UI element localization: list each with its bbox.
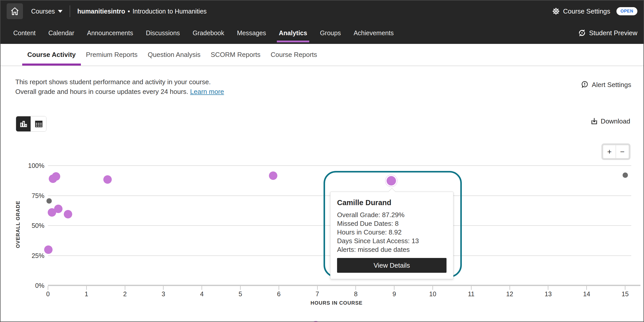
tooltip-stat-hours-in-course: Hours in Course: 8.92 (337, 228, 447, 237)
data-point-camille-durand[interactable] (387, 176, 396, 185)
download-icon (590, 118, 598, 125)
view-details-button[interactable]: View Details (337, 258, 447, 273)
x-tick-label-2: 2 (117, 290, 133, 298)
gridline-100 (48, 165, 631, 166)
data-point-7[interactable] (44, 245, 53, 254)
data-point-11[interactable] (312, 321, 320, 322)
data-point-2[interactable] (103, 175, 112, 184)
zoom-out-button[interactable]: − (616, 145, 629, 158)
x-tick-mark-2 (125, 286, 125, 290)
analytics-subnav-tabs: Course ActivityPremium ReportsQuestion A… (22, 44, 322, 66)
x-tick-mark-5 (240, 286, 241, 290)
alert-bubble-icon (580, 81, 589, 89)
x-tick-mark-9 (394, 286, 394, 290)
student-preview-label: Student Preview (589, 29, 637, 37)
x-tick-mark-4 (202, 286, 202, 290)
x-tick-label-3: 3 (156, 290, 171, 298)
alert-settings-button[interactable]: Alert Settings (580, 81, 631, 89)
y-tick-label-0: 0% (16, 281, 44, 290)
course-title: Introduction to Humanities (132, 8, 206, 15)
x-tick-mark-15 (625, 286, 625, 290)
subtab-course-reports[interactable]: Course Reports (266, 44, 322, 66)
courses-dropdown[interactable]: Courses (31, 8, 63, 15)
tab-messages[interactable]: Messages (237, 22, 266, 44)
table-icon (34, 119, 43, 129)
course-id: humanitiesintro (77, 8, 125, 15)
tooltip-stat-overall-grade: Overall Grade: 87.29% (337, 210, 447, 219)
download-label: Download (601, 117, 630, 125)
subtab-course-activity[interactable]: Course Activity (22, 44, 81, 66)
data-point-8[interactable] (269, 171, 277, 180)
x-tick-label-11: 11 (464, 290, 479, 298)
subtab-scorm-reports[interactable]: SCORM Reports (206, 44, 266, 66)
tab-achievements[interactable]: Achievements (354, 22, 394, 44)
report-description: This report shows student performance an… (15, 77, 224, 96)
zoom-in-button[interactable]: + (603, 145, 616, 158)
app-window: Courses humanitiesintro • Introduction t… (0, 0, 644, 322)
student-preview-button[interactable]: Student Preview (578, 29, 637, 37)
x-tick-label-0: 0 (40, 290, 56, 298)
tab-content[interactable]: Content (13, 22, 36, 44)
data-point-5[interactable] (54, 205, 63, 213)
x-tick-label-15: 15 (617, 290, 633, 298)
x-tick-label-7: 7 (310, 290, 325, 298)
table-view-button[interactable] (31, 116, 46, 131)
tab-gradebook[interactable]: Gradebook (193, 22, 224, 44)
tab-calendar[interactable]: Calendar (48, 22, 74, 44)
chart-view-button[interactable] (16, 116, 31, 131)
y-tick-label-50: 50% (16, 221, 44, 230)
x-tick-mark-12 (510, 286, 510, 290)
data-point-1[interactable] (52, 172, 60, 181)
course-status-badge[interactable]: OPEN (616, 7, 637, 15)
tab-discussions[interactable]: Discussions (146, 22, 180, 44)
x-tick-label-1: 1 (79, 290, 94, 298)
breadcrumb-separator: • (128, 8, 130, 15)
view-toggle-group (16, 116, 46, 132)
x-axis-line (48, 285, 640, 286)
x-tick-mark-13 (548, 286, 548, 290)
tooltip-student-name: Camille Durand (337, 199, 447, 207)
student-tooltip: Camille Durand Overall Grade: 87.29% Mis… (330, 192, 453, 279)
x-tick-mark-7 (317, 286, 318, 290)
tooltip-stat-days-since-access: Days Since Last Access: 13 (337, 237, 447, 245)
report-description-line1: This report shows student performance an… (15, 77, 224, 87)
home-icon (10, 7, 19, 16)
tab-groups[interactable]: Groups (320, 22, 341, 44)
tab-analytics[interactable]: Analytics (279, 22, 307, 44)
subtab-premium-reports[interactable]: Premium Reports (81, 44, 143, 66)
x-tick-mark-11 (471, 286, 472, 290)
tooltip-stat-missed-due-dates: Missed Due Dates: 8 (337, 219, 447, 228)
chevron-down-icon (58, 10, 63, 13)
report-description-line2: Overall grade and hours in course update… (15, 87, 224, 96)
subtab-question-analysis[interactable]: Question Analysis (143, 44, 206, 66)
x-tick-mark-6 (279, 286, 279, 290)
x-tick-label-14: 14 (579, 290, 594, 298)
tooltip-stats: Overall Grade: 87.29% Missed Due Dates: … (337, 210, 447, 254)
x-tick-label-5: 5 (233, 290, 248, 298)
course-nav: ContentCalendarAnnouncementsDiscussionsG… (1, 22, 643, 44)
x-tick-mark-3 (163, 286, 164, 290)
home-button[interactable] (7, 3, 23, 19)
course-settings-button[interactable]: Course Settings (552, 7, 610, 15)
alert-settings-label: Alert Settings (592, 81, 631, 89)
analytics-subnav: Course ActivityPremium ReportsQuestion A… (1, 44, 643, 66)
refresh-icon (578, 29, 586, 37)
topbar-divider (70, 5, 70, 17)
data-point-10[interactable] (623, 172, 628, 178)
data-point-6[interactable] (64, 210, 72, 218)
x-axis-title: HOURS IN COURSE (48, 300, 625, 306)
courses-dropdown-label: Courses (31, 8, 55, 15)
x-tick-label-12: 12 (502, 290, 517, 298)
course-settings-label: Course Settings (563, 7, 610, 15)
tooltip-stat-alerts: Alerts: missed due dates (337, 245, 447, 254)
breadcrumb: humanitiesintro • Introduction to Humani… (77, 8, 207, 15)
y-axis-title: OVERALL GRADE (15, 191, 21, 258)
y-tick-label-25: 25% (16, 252, 44, 260)
data-point-3[interactable] (46, 198, 52, 204)
tab-announcements[interactable]: Announcements (87, 22, 133, 44)
gear-icon (552, 7, 560, 15)
download-button[interactable]: Download (590, 117, 630, 125)
tooltip-notch (388, 188, 395, 195)
learn-more-link[interactable]: Learn more (190, 88, 224, 95)
y-tick-label-100: 100% (16, 162, 44, 170)
